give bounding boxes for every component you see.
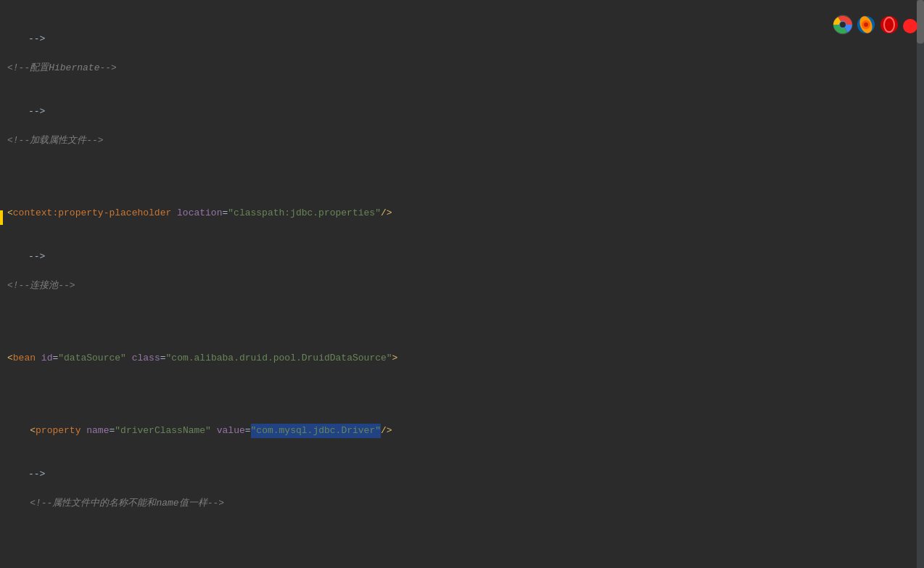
opera2-icon[interactable]	[902, 18, 918, 34]
string-token: "classpath:jdbc.properties"	[228, 206, 381, 221]
text-token	[171, 206, 177, 221]
equals-token: =	[160, 351, 166, 366]
string-token: "com.alibaba.druid.pool.DruidDataSource"	[166, 351, 392, 366]
code-line: <property name="driverClassName" value="…	[0, 424, 924, 438]
svg-point-7	[880, 16, 898, 33]
indent	[7, 424, 30, 438]
attr-token: id	[41, 351, 53, 366]
bracket-token: <	[7, 351, 13, 366]
code-line: <!--属性文件中的名称不能和name值一样-->	[0, 496, 924, 511]
svg-point-2	[840, 22, 846, 28]
bracket-token: >	[392, 351, 398, 366]
keyword-token: bean	[13, 351, 36, 366]
svg-point-6	[864, 22, 868, 27]
indent	[7, 496, 30, 511]
equals-token: =	[222, 206, 228, 221]
code-line: <!--连接池-->	[0, 279, 924, 293]
string-highlight-token: "com.mysql.jdbc.Driver"	[251, 424, 381, 438]
string-token: "driverClassName"	[115, 424, 211, 438]
keyword-token: context:property-placeholder	[13, 206, 171, 221]
text-token	[81, 424, 86, 438]
string-token: "dataSource"	[58, 351, 126, 366]
browser-toolbar	[833, 15, 918, 35]
equals-token: =	[109, 424, 115, 438]
bracket-token: />	[381, 206, 392, 221]
vertical-scrollbar[interactable]	[917, 0, 924, 568]
chrome-icon[interactable]	[833, 15, 853, 35]
text-token	[211, 424, 217, 438]
comment-token: <!--连接池-->	[7, 279, 75, 293]
bracket-token: />	[381, 424, 392, 438]
code-line: <context:property-placeholder location="…	[0, 206, 924, 221]
left-indicator	[0, 210, 3, 225]
code-content: --> <!--配置Hibernate--> --> <!--加载属性文件-->…	[0, 0, 924, 568]
bracket-token: <	[7, 206, 13, 221]
code-line: <bean id="dataSource" class="com.alibaba…	[0, 351, 924, 366]
attr-token: value	[217, 424, 245, 438]
code-editor: --> <!--配置Hibernate--> --> <!--加载属性文件-->…	[0, 0, 924, 568]
firefox-icon[interactable]	[856, 15, 876, 35]
code-line: <!--加载属性文件-->	[0, 133, 924, 148]
attr-token: name	[86, 424, 109, 438]
equals-token: =	[245, 424, 251, 438]
attr-token: location	[177, 206, 222, 221]
comment-token: <!--加载属性文件-->	[7, 133, 104, 148]
bracket-token: <	[30, 424, 36, 438]
keyword-token: property	[36, 424, 81, 438]
equals-token: =	[52, 351, 58, 366]
attr-token: class	[132, 351, 160, 366]
svg-point-9	[903, 19, 917, 33]
comment-token: <!--配置Hibernate-->	[7, 61, 117, 75]
opera-icon[interactable]	[879, 15, 899, 35]
comment-token: <!--属性文件中的名称不能和name值一样-->	[30, 496, 224, 511]
text-token	[126, 351, 132, 366]
text-token	[36, 351, 41, 366]
code-line: <!--配置Hibernate-->	[0, 61, 924, 75]
